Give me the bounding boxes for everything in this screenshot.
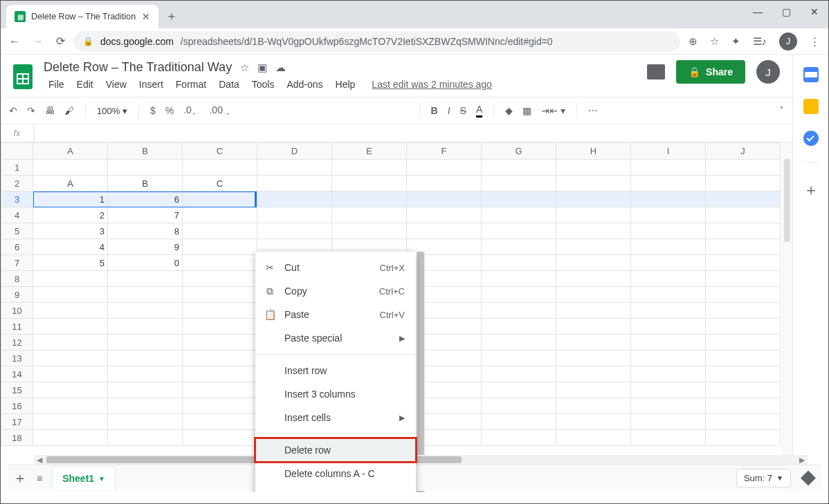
column-header[interactable]: J [706,143,781,160]
cell[interactable] [631,207,706,223]
menu-data[interactable]: Data [214,76,244,93]
cell[interactable] [33,430,108,446]
cell[interactable] [706,414,781,430]
cell[interactable] [631,287,706,303]
cell[interactable] [108,366,183,382]
borders-button[interactable]: ▦ [522,105,531,116]
zoom-indicator-icon[interactable]: ⊕ [689,35,698,48]
bold-button[interactable]: B [431,105,438,116]
ctx-paste-special[interactable]: Paste special▶ [255,326,416,350]
cell[interactable] [556,351,631,366]
cell[interactable]: 2 [33,207,108,223]
cell[interactable] [631,351,706,366]
menu-help[interactable]: Help [331,76,361,93]
new-tab-button[interactable]: ＋ [165,8,178,24]
cell[interactable] [556,382,631,398]
cell[interactable] [706,255,781,271]
cell[interactable] [631,319,706,335]
back-button[interactable]: ← [9,35,20,48]
minimize-icon[interactable]: — [753,6,763,17]
calendar-addon-icon[interactable] [803,67,819,82]
print-button[interactable]: 🖶 [45,105,55,116]
cell[interactable] [631,255,706,271]
format-currency-button[interactable]: $ [150,105,156,116]
row-header[interactable]: 5 [1,223,33,239]
cell[interactable] [183,366,257,382]
cell[interactable] [706,398,781,414]
reload-button[interactable]: ⟳ [56,35,65,48]
cell[interactable]: 1 [33,192,108,207]
cell[interactable] [108,160,183,176]
menu-tools[interactable]: Tools [247,76,280,93]
cell[interactable] [332,207,407,223]
row-header[interactable]: 8 [1,271,33,287]
merge-cells-button[interactable]: ⇥⇤ ▾ [541,105,565,116]
cell[interactable] [108,430,183,446]
row-header[interactable]: 16 [1,398,33,414]
cell[interactable] [108,414,183,430]
share-button[interactable]: 🔒 Share [676,60,745,84]
cell[interactable]: C [183,176,257,192]
cell[interactable] [407,223,482,239]
cell[interactable] [482,382,556,398]
row-header[interactable]: 10 [1,303,33,319]
cell[interactable] [257,160,332,176]
cell[interactable] [332,160,407,176]
cell[interactable] [631,303,706,319]
cell[interactable] [108,335,183,351]
increase-decimal-button[interactable]: .00→ [209,104,230,118]
cell[interactable] [706,382,781,398]
cell[interactable] [407,207,482,223]
cell[interactable] [257,223,332,239]
row-header[interactable]: 7 [1,255,33,271]
cell[interactable]: A [33,176,108,192]
cell[interactable] [631,271,706,287]
cell[interactable] [631,223,706,239]
cell[interactable] [108,319,183,335]
cell[interactable] [482,303,556,319]
all-sheets-button[interactable]: ≡ [37,473,42,484]
cell[interactable]: 9 [108,239,183,255]
last-edit-link[interactable]: Last edit was 2 minutes ago [367,76,497,93]
cell[interactable]: B [108,176,183,192]
cell[interactable] [183,351,257,366]
cell[interactable] [556,303,631,319]
cell[interactable]: 6 [108,192,183,207]
cell[interactable] [482,398,556,414]
browser-menu-icon[interactable]: ⋮ [810,35,820,48]
cell[interactable] [183,414,257,430]
ctx-delete-cells[interactable]: Delete cells▶ [255,485,416,492]
cell[interactable] [33,271,108,287]
add-addon-button[interactable]: ＋ [803,180,819,200]
cell[interactable] [183,160,257,176]
cell[interactable] [631,382,706,398]
zoom-dropdown[interactable]: 100% ▾ [97,106,127,116]
row-header[interactable]: 17 [1,414,33,430]
spreadsheet-grid[interactable]: ABCDEFGHIJ12ABC3164275386497508910111213… [1,142,792,492]
cell[interactable] [183,192,257,207]
cell[interactable] [108,303,183,319]
cell[interactable] [33,303,108,319]
row-header[interactable]: 1 [1,160,33,176]
cell[interactable] [33,335,108,351]
cell[interactable] [556,160,631,176]
vertical-scrollbar[interactable] [782,142,792,492]
maximize-icon[interactable]: ▢ [782,6,791,17]
ctx-delete-columns[interactable]: Delete columns A - C [255,462,416,485]
star-icon[interactable]: ☆ [240,62,249,74]
cell[interactable] [482,239,556,255]
sheet-tab[interactable]: Sheet1 ▼ [52,467,116,489]
cell[interactable] [706,303,781,319]
cell[interactable] [706,271,781,287]
menu-view[interactable]: View [101,76,131,93]
cell[interactable] [556,335,631,351]
ctx-copy[interactable]: ⧉CopyCtrl+C [255,279,416,303]
cell[interactable] [706,160,781,176]
collapse-toolbar-button[interactable]: ˄ [779,105,784,116]
column-header[interactable]: B [108,143,183,160]
row-header[interactable]: 12 [1,335,33,351]
doc-title[interactable]: Delete Row – The Traditional Way [44,60,232,75]
cell[interactable] [631,176,706,192]
cell[interactable] [33,398,108,414]
column-header[interactable]: F [407,143,482,160]
